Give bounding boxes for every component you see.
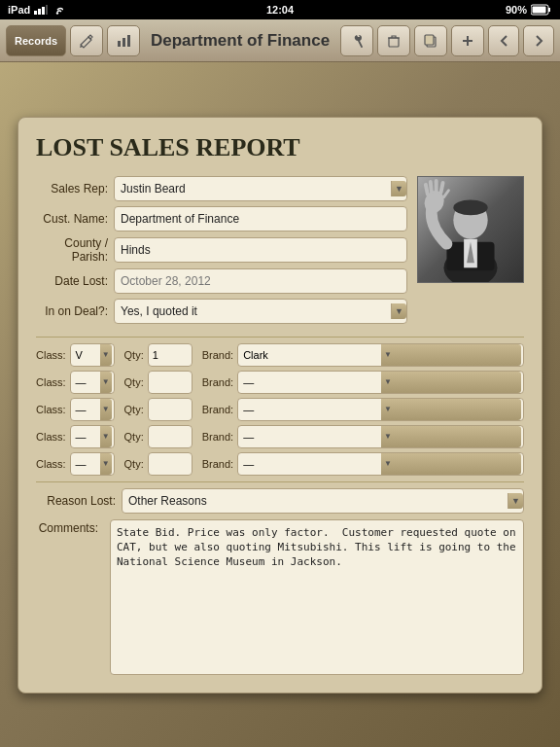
pencil-icon [79, 33, 94, 49]
brand-dropdown-arrow-1: ▼ [381, 344, 521, 366]
brand-label-2: Brand: [202, 376, 233, 388]
report-title: LOST SALES REPORT [36, 133, 524, 162]
class-dropdown-arrow-1: ▼ [100, 344, 112, 366]
reason-lost-row: Reason Lost: Other Reasons ▼ [36, 488, 524, 514]
wrench-icon [349, 33, 365, 49]
class-select-3[interactable]: — ▼ [70, 398, 115, 421]
trash-button[interactable] [377, 25, 410, 56]
class-select-1[interactable]: V ▼ [70, 343, 115, 367]
edit-button[interactable] [70, 25, 103, 56]
svg-point-18 [453, 199, 487, 215]
trash-icon [386, 33, 402, 49]
county-input[interactable] [114, 237, 407, 263]
top-section: Sales Rep: Justin Beard ▼ Cust. Name: Co… [36, 176, 524, 329]
next-button[interactable] [523, 25, 554, 56]
chart-button[interactable] [107, 25, 140, 56]
brand-label-3: Brand: [202, 404, 233, 415]
svg-rect-0 [34, 11, 37, 15]
qty-input-4[interactable] [148, 425, 192, 448]
date-lost-row: Date Lost: [36, 268, 407, 294]
prev-button[interactable] [488, 25, 519, 56]
brand-label-5: Brand: [202, 458, 233, 470]
qty-label-4: Qty: [124, 431, 144, 443]
class-select-5[interactable]: — ▼ [70, 452, 115, 476]
sales-rep-photo [417, 176, 524, 283]
brand-dropdown-arrow-5: ▼ [381, 453, 521, 475]
chart-icon [116, 33, 131, 49]
reason-lost-label: Reason Lost: [36, 494, 122, 508]
in-on-deal-dropdown-arrow: ▼ [391, 303, 406, 319]
class-select-2[interactable]: — ▼ [70, 371, 115, 394]
plus-icon [460, 33, 475, 49]
battery-label: 90% [506, 4, 527, 16]
class-row-2: Class: — ▼ Qty: Brand: — ▼ [36, 371, 524, 394]
class-row-5: Class: — ▼ Qty: Brand: — ▼ [36, 452, 524, 476]
settings-button[interactable] [340, 25, 373, 56]
signal-icon [34, 5, 48, 15]
date-lost-input[interactable] [114, 268, 407, 294]
cust-name-input[interactable] [114, 206, 407, 231]
copy-button[interactable] [414, 25, 447, 56]
battery-icon [531, 4, 552, 16]
brand-select-2[interactable]: — ▼ [237, 371, 524, 394]
form-fields: Sales Rep: Justin Beard ▼ Cust. Name: Co… [36, 176, 407, 329]
chevron-right-icon [533, 33, 544, 49]
qty-input-5[interactable] [148, 452, 192, 476]
class-label-5: Class: [36, 458, 66, 470]
in-on-deal-label: In on Deal?: [36, 304, 114, 318]
cust-name-label: Cust. Name: [36, 212, 114, 226]
sales-rep-row: Sales Rep: Justin Beard ▼ [36, 176, 407, 201]
wifi-icon [52, 5, 63, 15]
sales-rep-select[interactable]: Justin Beard ▼ [114, 176, 407, 201]
class-dropdown-arrow-2: ▼ [100, 372, 112, 393]
svg-line-26 [441, 182, 443, 192]
reason-lost-select[interactable]: Other Reasons ▼ [122, 488, 524, 514]
class-row-4: Class: — ▼ Qty: Brand: — ▼ [36, 425, 524, 448]
add-button[interactable] [451, 25, 484, 56]
class-label-4: Class: [36, 431, 66, 443]
brand-label-4: Brand: [202, 431, 233, 443]
comments-row: Comments: State Bid. Price was only fact… [36, 519, 524, 675]
class-label-1: Class: [36, 349, 66, 361]
class-label-3: Class: [36, 404, 66, 415]
svg-rect-6 [548, 8, 550, 12]
class-dropdown-arrow-3: ▼ [100, 399, 112, 420]
class-rows: Class: V ▼ Qty: Brand: Clark ▼ Class: — … [36, 343, 524, 476]
carrier-label: iPad [8, 4, 30, 16]
in-on-deal-select[interactable]: Yes, I quoted it ▼ [114, 299, 407, 324]
sales-rep-label: Sales Rep: [36, 182, 114, 196]
svg-rect-10 [127, 35, 130, 47]
svg-rect-7 [533, 7, 546, 14]
brand-label-1: Brand: [202, 349, 233, 361]
brand-select-4[interactable]: — ▼ [237, 425, 524, 448]
divider-1 [36, 337, 524, 338]
records-button[interactable]: Records [6, 25, 66, 56]
qty-input-3[interactable] [148, 398, 192, 421]
svg-rect-2 [42, 7, 45, 15]
class-dropdown-arrow-4: ▼ [100, 426, 112, 447]
county-label: County / Parish: [36, 236, 114, 264]
county-row: County / Parish: [36, 236, 407, 264]
qty-label-5: Qty: [124, 458, 144, 470]
copy-icon [423, 33, 438, 49]
comments-textarea[interactable]: State Bid. Price was only factor. Custom… [110, 519, 524, 675]
class-select-4[interactable]: — ▼ [70, 425, 115, 448]
chevron-left-icon [498, 33, 509, 49]
class-row-3: Class: — ▼ Qty: Brand: — ▼ [36, 398, 524, 421]
toolbar-title: Department of Finance [144, 31, 336, 51]
brand-select-5[interactable]: — ▼ [237, 452, 524, 476]
svg-rect-13 [425, 35, 434, 45]
class-row-1: Class: V ▼ Qty: Brand: Clark ▼ [36, 343, 524, 367]
svg-line-24 [431, 181, 432, 191]
brand-select-3[interactable]: — ▼ [237, 398, 524, 421]
class-label-2: Class: [36, 376, 66, 388]
sales-rep-dropdown-arrow: ▼ [391, 181, 406, 196]
class-dropdown-arrow-5: ▼ [100, 453, 112, 475]
qty-label-2: Qty: [124, 376, 144, 388]
qty-input-1[interactable] [148, 343, 192, 367]
qty-input-2[interactable] [148, 371, 192, 394]
brand-dropdown-arrow-2: ▼ [381, 372, 521, 393]
photo-image [418, 177, 523, 282]
brand-select-1[interactable]: Clark ▼ [237, 343, 524, 367]
svg-rect-9 [122, 38, 125, 47]
